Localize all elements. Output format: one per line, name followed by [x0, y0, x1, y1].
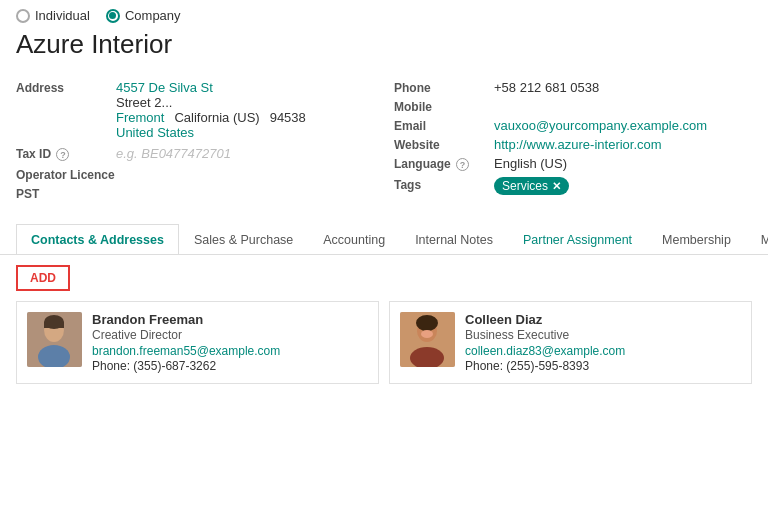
- contact-name-1: Colleen Diaz: [465, 312, 625, 327]
- email-row: Email vauxoo@yourcompany.example.com: [394, 118, 752, 133]
- address-label: Address: [16, 80, 116, 95]
- website-row: Website http://www.azure-interior.com: [394, 137, 752, 152]
- address-value: 4557 De Silva St Street 2... Fremont Cal…: [116, 80, 306, 140]
- contact-role-1: Business Executive: [465, 328, 625, 342]
- contact-email-1[interactable]: colleen.diaz83@example.com: [465, 344, 625, 358]
- tax-id-label: Tax ID ?: [16, 146, 116, 161]
- tab-accounting[interactable]: Accounting: [308, 224, 400, 255]
- svg-point-9: [421, 330, 433, 338]
- company-name: Azure Interior: [16, 29, 752, 60]
- tab-internal-notes[interactable]: Internal Notes: [400, 224, 508, 255]
- svg-point-7: [416, 315, 438, 331]
- contact-avatar-0: [27, 312, 82, 367]
- contact-info-1: Colleen Diaz Business Executive colleen.…: [465, 312, 625, 373]
- add-button[interactable]: ADD: [16, 265, 70, 291]
- individual-radio-circle: [16, 9, 30, 23]
- contact-phone-1: Phone: (255)-595-8393: [465, 359, 625, 373]
- contact-card-0: Brandon Freeman Creative Director brando…: [16, 301, 379, 384]
- language-help-icon[interactable]: ?: [456, 158, 469, 171]
- left-column: Address 4557 De Silva St Street 2... Fre…: [16, 80, 374, 205]
- tag-services-remove[interactable]: ✕: [552, 180, 561, 193]
- tax-id-help-icon[interactable]: ?: [56, 148, 69, 161]
- avatar-svg-1: [400, 312, 455, 367]
- language-row: Language ? English (US): [394, 156, 752, 171]
- email-label: Email: [394, 118, 494, 133]
- contact-info-0: Brandon Freeman Creative Director brando…: [92, 312, 280, 373]
- tax-id-value[interactable]: e.g. BE0477472701: [116, 146, 231, 161]
- tags-container: Services ✕: [494, 177, 569, 195]
- language-label: Language ?: [394, 156, 494, 171]
- tabs-bar: Contacts & Addresses Sales & Purchase Ac…: [0, 223, 768, 255]
- address-country[interactable]: United States: [116, 125, 306, 140]
- tags-row: Tags Services ✕: [394, 177, 752, 195]
- contact-avatar-1: [400, 312, 455, 367]
- operator-licence-label: Operator Licence: [16, 167, 116, 182]
- mobile-label: Mobile: [394, 99, 494, 114]
- right-column: Phone +58 212 681 0538 Mobile Email vaux…: [394, 80, 752, 205]
- phone-row: Phone +58 212 681 0538: [394, 80, 752, 95]
- address-street1[interactable]: 4557 De Silva St: [116, 80, 306, 95]
- language-value[interactable]: English (US): [494, 156, 567, 171]
- email-value[interactable]: vauxoo@yourcompany.example.com: [494, 118, 707, 133]
- contact-card-1: Colleen Diaz Business Executive colleen.…: [389, 301, 752, 384]
- tab-partner[interactable]: Partner Assignment: [508, 224, 647, 255]
- entity-type-selector: Individual Company: [16, 8, 752, 23]
- pst-label: PST: [16, 186, 116, 201]
- phone-value[interactable]: +58 212 681 0538: [494, 80, 599, 95]
- address-state: California (US): [174, 110, 259, 125]
- mobile-row: Mobile: [394, 99, 752, 114]
- address-row: Address 4557 De Silva St Street 2... Fre…: [16, 80, 374, 140]
- tag-services: Services ✕: [494, 177, 569, 195]
- contact-name-0: Brandon Freeman: [92, 312, 280, 327]
- phone-label: Phone: [394, 80, 494, 95]
- website-label: Website: [394, 137, 494, 152]
- company-radio-circle: [106, 9, 120, 23]
- company-radio[interactable]: Company: [106, 8, 181, 23]
- contact-role-0: Creative Director: [92, 328, 280, 342]
- tab-mx-edi[interactable]: MX EDI: [746, 224, 768, 255]
- contact-phone-0: Phone: (355)-687-3262: [92, 359, 280, 373]
- tab-content-contacts: ADD Brandon Freeman Creative Director: [0, 255, 768, 394]
- operator-licence-row: Operator Licence: [16, 167, 374, 182]
- address-street2[interactable]: Street 2...: [116, 95, 306, 110]
- individual-label: Individual: [35, 8, 90, 23]
- tags-label: Tags: [394, 177, 494, 192]
- tab-sales[interactable]: Sales & Purchase: [179, 224, 308, 255]
- contacts-grid: Brandon Freeman Creative Director brando…: [16, 301, 752, 384]
- address-zip: 94538: [270, 110, 306, 125]
- address-city[interactable]: Fremont: [116, 110, 164, 125]
- tab-membership[interactable]: Membership: [647, 224, 746, 255]
- avatar-svg-0: [27, 312, 82, 367]
- tag-services-text: Services: [502, 179, 548, 193]
- svg-rect-4: [44, 322, 64, 328]
- individual-radio[interactable]: Individual: [16, 8, 90, 23]
- tab-contacts[interactable]: Contacts & Addresses: [16, 224, 179, 255]
- contact-email-0[interactable]: brandon.freeman55@example.com: [92, 344, 280, 358]
- pst-row: PST: [16, 186, 374, 201]
- website-value[interactable]: http://www.azure-interior.com: [494, 137, 662, 152]
- tax-id-row: Tax ID ? e.g. BE0477472701: [16, 146, 374, 161]
- address-city-row: Fremont California (US) 94538: [116, 110, 306, 125]
- company-label: Company: [125, 8, 181, 23]
